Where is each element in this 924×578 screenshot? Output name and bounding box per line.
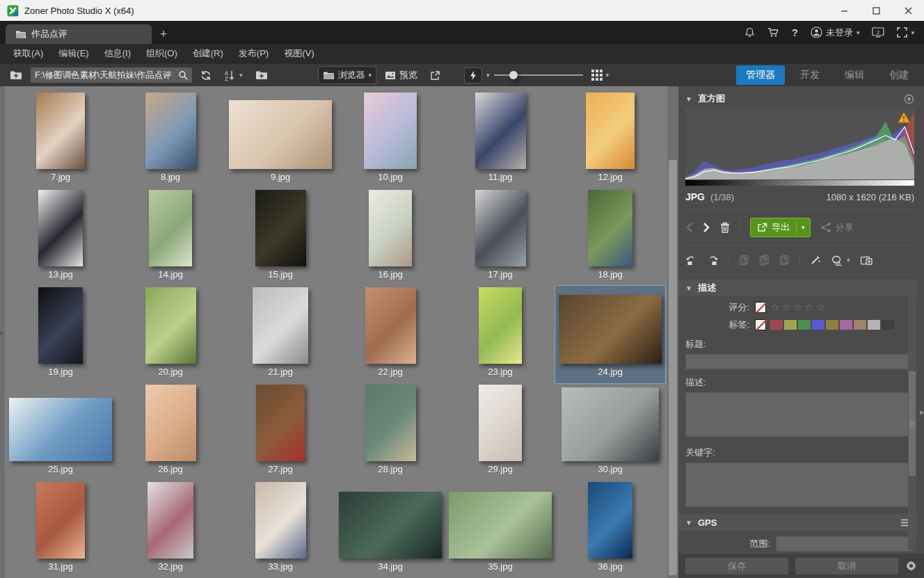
store-button[interactable] (767, 27, 779, 38)
thumbnail-cell[interactable]: 28.jpg (335, 383, 445, 481)
thumbnail-cell[interactable]: 15.jpg (225, 188, 335, 286)
photo-thumbnail[interactable] (586, 93, 635, 169)
thumbnail-cell[interactable]: 9.jpg (225, 91, 335, 188)
color-label-swatch[interactable] (840, 320, 852, 330)
thumbnail-cell[interactable]: 21.jpg (225, 286, 335, 383)
browser-view-button[interactable]: 浏览器 ▾ (318, 66, 377, 84)
describe-section-header[interactable]: ▼ 描述 (678, 280, 917, 296)
paste-one-metadata-button[interactable] (779, 255, 790, 266)
thumbnail-cell[interactable]: 26.jpg (116, 383, 225, 481)
thumbnail-cell[interactable]: 30.jpg (555, 383, 665, 481)
title-input[interactable] (685, 354, 914, 369)
thumbnail-cell[interactable]: 14.jpg (116, 188, 225, 286)
rating-stars[interactable]: ☆☆☆☆☆ (770, 301, 827, 314)
path-input[interactable]: F:\修图调色素材\天航拍妹\作品点评 (31, 67, 192, 83)
add-to-catalog-button[interactable] (860, 255, 873, 266)
maximize-button[interactable] (860, 0, 892, 21)
thumbnail-cell[interactable]: 34.jpg (335, 481, 445, 578)
thumbnail-cell[interactable]: 27.jpg (225, 383, 335, 481)
thumbnail-cell[interactable]: 16.jpg (335, 188, 445, 286)
thumbnail-cell[interactable]: 7.jpg (6, 91, 116, 188)
refresh-button[interactable] (196, 68, 216, 83)
histogram-options-button[interactable] (904, 94, 914, 104)
previous-image-button[interactable] (685, 222, 693, 233)
thumbnail-size-slider[interactable] (494, 67, 583, 83)
photo-thumbnail[interactable] (38, 190, 83, 266)
thumbnail-cell[interactable]: 11.jpg (445, 91, 555, 188)
cancel-button[interactable]: 取消 (795, 558, 898, 575)
browser-scrollbar-thumb[interactable] (669, 160, 677, 575)
quick-edits-button[interactable] (464, 67, 482, 83)
mode-编辑[interactable]: 编辑 (835, 65, 874, 85)
auto-enhance-button[interactable] (810, 255, 821, 266)
thumbnail-cell[interactable]: 12.jpg (555, 91, 665, 188)
tab-active[interactable]: 作品点评 (6, 24, 152, 44)
collapse-panel-icon[interactable]: ▸ (920, 408, 924, 417)
menu-item[interactable]: 视图(V) (278, 45, 320, 62)
clipping-warning-icon[interactable] (898, 112, 910, 123)
photo-thumbnail[interactable] (145, 287, 196, 364)
paste-metadata-button[interactable] (759, 255, 770, 266)
gps-section-header[interactable]: ▼ GPS (678, 514, 917, 531)
thumbnail-cell[interactable]: 29.jpg (445, 383, 555, 481)
photo-thumbnail[interactable] (365, 385, 416, 461)
mode-创建[interactable]: 创建 (879, 65, 918, 85)
panel-scrollbar-thumb[interactable] (909, 371, 916, 476)
photo-thumbnail[interactable] (588, 190, 632, 266)
menu-item[interactable]: 创建(R) (186, 45, 230, 62)
menu-item[interactable]: 组织(O) (140, 45, 184, 62)
color-label-swatch[interactable] (770, 320, 783, 330)
thumbnail-cell[interactable]: 33.jpg (225, 481, 335, 578)
menu-item[interactable]: 信息(I) (98, 45, 137, 62)
photo-thumbnail[interactable] (364, 93, 417, 169)
left-panel-collapsed[interactable]: ▸ (0, 86, 5, 578)
photo-thumbnail[interactable] (588, 482, 632, 559)
color-label-swatch[interactable] (868, 320, 880, 330)
expand-left-panel-icon[interactable]: ▸ (0, 328, 4, 337)
notifications-button[interactable] (744, 27, 755, 38)
close-button[interactable] (892, 0, 924, 21)
batch-filter-button[interactable]: ▾ (831, 255, 850, 266)
mode-开发[interactable]: 开发 (790, 65, 829, 85)
browser-scrollbar[interactable] (667, 86, 678, 578)
gps-range-input[interactable] (776, 536, 914, 552)
photo-thumbnail[interactable] (253, 287, 308, 364)
photo-thumbnail[interactable] (479, 385, 522, 461)
menu-item[interactable]: 发布(P) (232, 45, 275, 62)
thumbnail-cell[interactable]: 19.jpg (6, 286, 116, 383)
preview-button[interactable]: 预览 (381, 67, 422, 83)
thumbnail-cell[interactable]: 17.jpg (445, 188, 555, 286)
delete-button[interactable] (720, 222, 730, 233)
photo-thumbnail[interactable] (36, 482, 85, 559)
new-tab-button[interactable]: + (152, 24, 175, 44)
photo-thumbnail[interactable] (449, 492, 552, 559)
photo-thumbnail[interactable] (149, 190, 192, 266)
thumbnail-cell[interactable]: 23.jpg (445, 286, 555, 383)
histogram-section-header[interactable]: ▼ 直方图 (685, 90, 914, 107)
search-icon[interactable] (178, 70, 188, 80)
export-dropdown[interactable]: ▾ (796, 221, 810, 234)
new-folder-button[interactable] (251, 68, 272, 82)
photo-thumbnail[interactable] (561, 387, 659, 461)
account-button[interactable]: 未登录 ▾ (811, 26, 860, 39)
mode-管理器[interactable]: 管理器 (736, 65, 785, 85)
second-display-button[interactable]: 2 (872, 27, 884, 38)
thumbnail-cell[interactable]: 8.jpg (116, 91, 225, 188)
description-input[interactable] (685, 392, 914, 437)
keywords-input[interactable] (685, 463, 914, 507)
rotate-left-button[interactable] (685, 255, 697, 266)
photo-thumbnail[interactable] (255, 190, 306, 266)
open-new-window-button[interactable] (426, 68, 445, 83)
slider-thumb[interactable] (509, 71, 518, 79)
gear-icon[interactable] (905, 560, 917, 572)
sort-button[interactable]: AZ ▾ (220, 68, 247, 83)
no-rating-button[interactable] (755, 302, 766, 313)
next-image-button[interactable] (703, 222, 710, 233)
help-button[interactable]: ? (792, 26, 798, 38)
photo-thumbnail[interactable] (256, 385, 305, 461)
menu-item[interactable]: 编辑(E) (52, 45, 95, 62)
panel-scrollbar[interactable] (908, 285, 916, 550)
photo-thumbnail[interactable] (145, 385, 196, 461)
photo-thumbnail[interactable] (475, 93, 526, 169)
thumbnail-cell[interactable]: 35.jpg (445, 481, 555, 578)
